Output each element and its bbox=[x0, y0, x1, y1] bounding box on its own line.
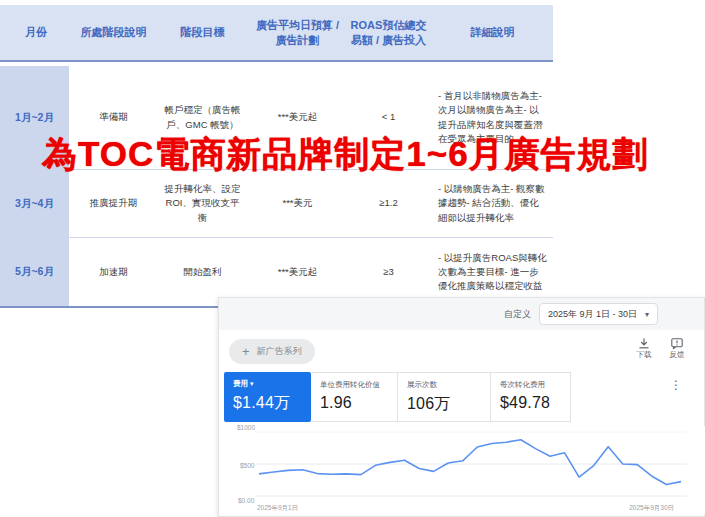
metric-card-impressions[interactable]: 展示次数 106万 bbox=[398, 372, 491, 422]
metric-label: 费用 ▾ bbox=[233, 379, 302, 389]
table-row: 3月~4月 推廣提升期 提升轉化率、設定ROI、實現收支平衡 ***美元 ≥1.… bbox=[0, 170, 553, 238]
table-header-row: 月份 所處階段說明 階段目標 廣告平均日預算 / 廣告計劃 ROAS預估總交易額… bbox=[0, 5, 553, 62]
col-header-stage: 所處階段說明 bbox=[72, 5, 155, 60]
line-chart-plot bbox=[255, 426, 687, 502]
cell-budget: ***美元起 bbox=[250, 238, 345, 306]
col-header-roas: ROAS預估總交易額 / 廣告投入 bbox=[345, 5, 432, 60]
col-header-month: 月份 bbox=[0, 5, 72, 60]
spend-line-chart: $1000 $500 $0.00 2025年9月1日 2025年9月30日 bbox=[219, 426, 705, 514]
cell-roas: ≥3 bbox=[345, 238, 432, 306]
download-button[interactable]: 下载 bbox=[631, 338, 657, 360]
col-header-goal: 階段目標 bbox=[155, 5, 250, 60]
y-axis-tick: $500 bbox=[240, 462, 254, 469]
plus-icon: + bbox=[242, 345, 250, 358]
cell-goal: 提升轉化率、設定ROI、實現收支平衡 bbox=[155, 170, 250, 237]
col-header-detail: 詳細說明 bbox=[432, 5, 553, 60]
date-range-picker[interactable]: 2025年 9月 1日 - 30日 ▾ bbox=[539, 303, 658, 325]
cell-detail: - 以提升廣告ROAS與轉化次數為主要目標- 進一步優化推廣策略以穩定收益 bbox=[432, 238, 553, 306]
download-label: 下载 bbox=[637, 350, 652, 359]
feedback-button[interactable]: 反馈 bbox=[664, 338, 690, 360]
date-range-value: 2025年 9月 1日 - 30日 bbox=[548, 308, 637, 321]
cell-goal: 開始盈利 bbox=[155, 238, 250, 306]
page-title: 為TOC電商新品牌制定1~6月廣告規劃 bbox=[42, 131, 682, 178]
cell-stage: 加速期 bbox=[72, 238, 155, 306]
cell-stage: 推廣提升期 bbox=[72, 170, 155, 237]
x-axis-tick-end: 2025年9月30日 bbox=[629, 504, 674, 513]
new-campaign-label: 新广告系列 bbox=[257, 345, 302, 358]
chevron-down-icon: ▾ bbox=[645, 310, 649, 319]
cell-detail: - 以購物廣告為主- 觀察數據趨勢- 結合活動、優化細節以提升轉化率 bbox=[432, 170, 553, 237]
new-campaign-button[interactable]: + 新广告系列 bbox=[229, 339, 315, 364]
x-axis-tick-start: 2025年9月1日 bbox=[257, 504, 298, 513]
cell-month: 5月~6月 bbox=[0, 238, 72, 306]
feedback-icon bbox=[671, 338, 683, 349]
metric-card-conv-value-per-cost[interactable]: 单位费用转化价值 1.96 bbox=[311, 372, 398, 422]
metric-value: 1.96 bbox=[320, 394, 388, 412]
metric-card-cost-per-conv[interactable]: 每次转化费用 $49.78 bbox=[491, 372, 571, 422]
metric-value: $49.78 bbox=[500, 394, 561, 412]
download-icon bbox=[638, 338, 650, 349]
metric-label: 每次转化费用 bbox=[500, 380, 561, 390]
date-range-bar: 自定义 2025年 9月 1日 - 30日 ▾ bbox=[219, 298, 704, 330]
date-mode-label: 自定义 bbox=[504, 308, 531, 321]
cell-month: 3月~4月 bbox=[0, 170, 72, 237]
dashboard-toolbar: + 新广告系列 下载 反馈 bbox=[219, 330, 704, 372]
cell-budget: ***美元 bbox=[250, 170, 345, 237]
metric-card-cost[interactable]: 费用 ▾ $1.44万 bbox=[224, 372, 311, 422]
cell-roas: ≥1.2 bbox=[345, 170, 432, 237]
metric-value: $1.44万 bbox=[233, 393, 302, 414]
y-axis-tick: $0.00 bbox=[238, 497, 254, 504]
google-ads-dashboard: 自定义 2025年 9月 1日 - 30日 ▾ + 新广告系列 下载 bbox=[218, 297, 705, 517]
metric-label: 展示次数 bbox=[407, 380, 481, 390]
metric-value: 106万 bbox=[407, 394, 481, 415]
slide-canvas: 月份 所處階段說明 階段目標 廣告平均日預算 / 廣告計劃 ROAS預估總交易額… bbox=[0, 0, 705, 517]
col-header-budget: 廣告平均日預算 / 廣告計劃 bbox=[250, 5, 345, 60]
feedback-label: 反馈 bbox=[670, 350, 685, 359]
kebab-menu-icon[interactable]: ⋮ bbox=[670, 382, 682, 389]
metric-cards: 费用 ▾ $1.44万 单位费用转化价值 1.96 展示次数 106万 每次转化… bbox=[224, 372, 571, 422]
y-axis-tick: $1000 bbox=[237, 424, 255, 431]
metric-label: 单位费用转化价值 bbox=[320, 380, 388, 390]
chevron-down-icon: ▾ bbox=[250, 380, 254, 387]
